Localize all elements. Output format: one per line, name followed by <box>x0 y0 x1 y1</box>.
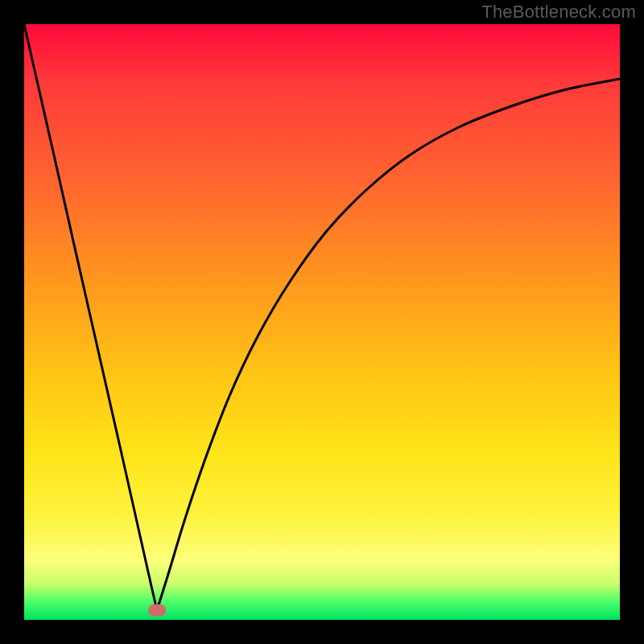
plot-area <box>24 24 620 620</box>
watermark-text: TheBottleneck.com <box>481 2 636 23</box>
chart-frame: TheBottleneck.com <box>0 0 644 644</box>
curve-svg <box>24 24 620 620</box>
bottleneck-curve <box>24 24 620 610</box>
minimum-marker <box>148 605 166 617</box>
